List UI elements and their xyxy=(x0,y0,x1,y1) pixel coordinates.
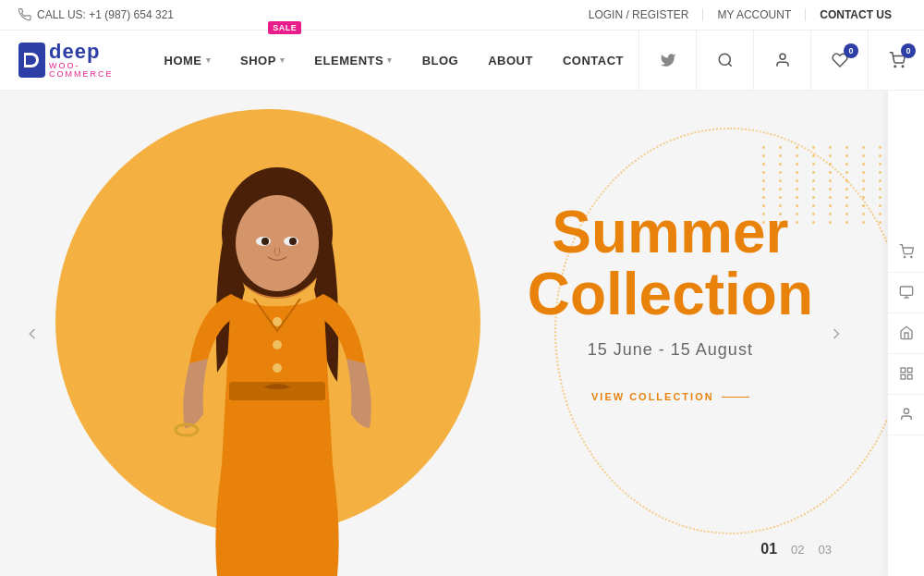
dot xyxy=(879,163,881,165)
svg-point-3 xyxy=(780,54,785,59)
svg-point-16 xyxy=(261,238,269,245)
dot xyxy=(762,171,765,174)
svg-point-18 xyxy=(904,256,905,257)
phone-text: CALL US: +1 (987) 654 321 xyxy=(37,8,174,21)
slide-indicators: 01 02 03 xyxy=(760,541,832,558)
svg-line-2 xyxy=(728,63,731,66)
svg-point-5 xyxy=(902,66,904,67)
dot xyxy=(829,213,832,215)
left-arrow-icon xyxy=(23,325,42,343)
dot xyxy=(812,179,815,182)
hero-cta-button[interactable]: VIEW COLLECTION xyxy=(591,391,749,402)
dot xyxy=(762,188,765,190)
wishlist-badge: 0 xyxy=(844,43,858,58)
dot xyxy=(879,171,881,174)
prev-slide-button[interactable] xyxy=(18,320,46,348)
dot xyxy=(812,163,815,165)
hero-section: Summer Collection 15 June - 15 August VI… xyxy=(0,91,924,576)
dot xyxy=(879,154,881,157)
user-icon xyxy=(774,52,791,68)
dot xyxy=(862,204,865,207)
hero-model-image xyxy=(74,95,480,576)
dot xyxy=(796,154,798,157)
logo-icon xyxy=(18,43,45,78)
search-icon xyxy=(717,52,734,68)
nav-item-about[interactable]: ABOUT xyxy=(473,31,548,91)
dot xyxy=(796,171,798,174)
nav-item-blog[interactable]: BLOG xyxy=(407,31,474,91)
dot xyxy=(862,188,865,190)
dot xyxy=(779,179,782,182)
wishlist-icon-btn[interactable]: 0 xyxy=(810,31,868,91)
dot xyxy=(862,179,865,182)
sidebar-home-icon[interactable] xyxy=(888,313,925,354)
cart-badge: 0 xyxy=(901,43,916,58)
dot xyxy=(829,154,832,157)
user-icon-btn[interactable] xyxy=(753,31,810,91)
svg-point-1 xyxy=(719,54,730,65)
search-icon-btn[interactable] xyxy=(696,31,753,91)
hero-title-line2: Collection xyxy=(528,263,813,325)
dot xyxy=(829,146,832,149)
dot xyxy=(796,146,798,149)
right-arrow-icon xyxy=(827,325,845,343)
svg-point-8 xyxy=(236,195,319,291)
dot xyxy=(762,154,765,157)
my-account-link[interactable]: MY ACCOUNT xyxy=(703,8,806,21)
svg-rect-23 xyxy=(901,368,906,373)
phone-icon xyxy=(18,8,31,21)
home-arrow: ▾ xyxy=(206,55,212,65)
next-slide-button[interactable] xyxy=(822,320,850,348)
dot xyxy=(845,221,848,224)
dot xyxy=(779,163,782,165)
logo-svg xyxy=(18,47,44,73)
sidebar-grid-icon[interactable] xyxy=(888,354,925,395)
dot xyxy=(812,146,815,149)
dot xyxy=(796,188,798,190)
nav-item-home[interactable]: HOME ▾ xyxy=(150,31,226,91)
dot xyxy=(845,213,848,215)
svg-rect-25 xyxy=(901,374,906,379)
dot xyxy=(796,196,798,199)
dot xyxy=(862,196,865,199)
contact-us-link[interactable]: CONTACT US xyxy=(806,8,906,21)
sidebar-home-svg xyxy=(899,325,914,340)
nav-item-shop[interactable]: SALE SHOP ▾ xyxy=(225,31,299,91)
dot xyxy=(845,146,848,149)
slide-indicator-1[interactable]: 01 xyxy=(760,541,777,558)
phone-area: CALL US: +1 (987) 654 321 xyxy=(18,8,174,21)
twitter-icon-btn[interactable] xyxy=(638,31,696,91)
hero-text-area: Summer Collection 15 June - 15 August VI… xyxy=(528,202,813,404)
nav-item-elements[interactable]: ELEMENTS ▾ xyxy=(299,31,407,91)
main-nav: HOME ▾ SALE SHOP ▾ ELEMENTS ▾ BLOG ABOUT… xyxy=(150,31,639,91)
sidebar-grid-svg xyxy=(899,366,914,381)
dot xyxy=(779,171,782,174)
dot xyxy=(829,221,832,224)
dot xyxy=(762,179,765,182)
dot xyxy=(812,171,815,174)
sidebar-cart-icon[interactable] xyxy=(888,232,925,273)
logo-sub: WOO-COMMERCE xyxy=(49,62,122,79)
dot xyxy=(879,221,881,224)
dot xyxy=(812,196,815,199)
nav-item-contact[interactable]: CONTACT xyxy=(548,31,638,91)
logo[interactable]: deep WOO-COMMERCE xyxy=(18,42,122,79)
svg-point-4 xyxy=(894,66,896,67)
dot xyxy=(862,154,865,157)
cart-icon-btn[interactable]: 0 xyxy=(868,31,924,91)
dot xyxy=(879,188,881,190)
svg-point-17 xyxy=(289,238,297,245)
elements-arrow: ▾ xyxy=(387,55,393,65)
dot xyxy=(796,179,798,182)
sidebar-monitor-icon[interactable] xyxy=(888,273,925,313)
slide-indicator-2[interactable]: 02 xyxy=(791,543,804,557)
sidebar-user-icon[interactable] xyxy=(888,395,925,435)
slide-indicator-3[interactable]: 03 xyxy=(819,543,832,557)
dot xyxy=(845,179,848,182)
dot xyxy=(845,154,848,157)
svg-rect-26 xyxy=(907,374,912,379)
svg-rect-24 xyxy=(907,368,912,373)
dot xyxy=(829,171,832,174)
login-register-link[interactable]: LOGIN / REGISTER xyxy=(575,8,704,21)
dot xyxy=(779,154,782,157)
